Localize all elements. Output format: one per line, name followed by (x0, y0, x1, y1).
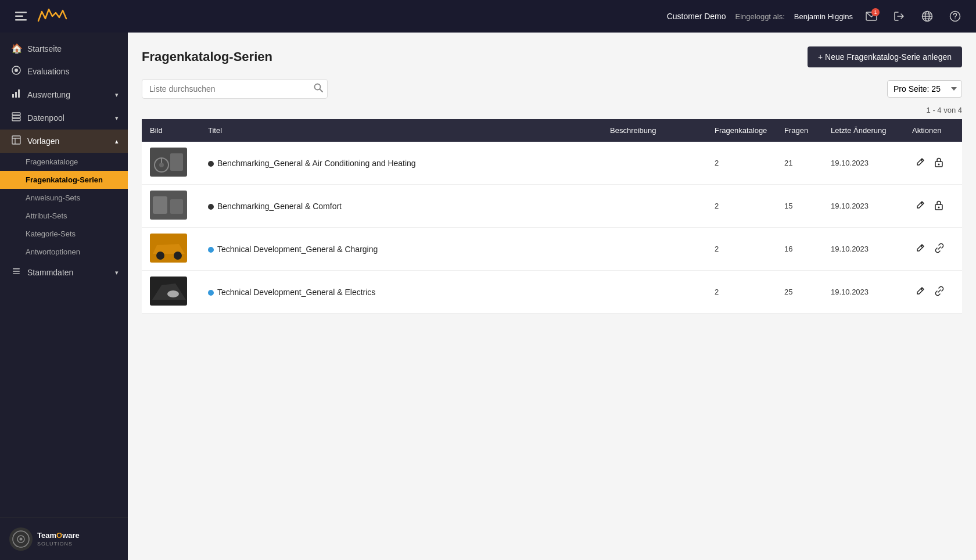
sidebar-sub-label-fragenkatalog-serien: Fragenkatalog-Serien (26, 175, 103, 184)
cell-fragen-4: 25 (776, 271, 823, 314)
svg-rect-0 (15, 12, 27, 13)
edit-button-4[interactable] (912, 284, 928, 300)
logo-area (12, 7, 139, 26)
new-serie-button[interactable]: + Neue Fragenkatalog-Serie anlegen (808, 46, 962, 67)
sidebar-sub-label-fragenkataloge: Fragenkataloge (26, 157, 78, 166)
exit-icon (894, 10, 905, 22)
sidebar-sub-fragenkatalog-serien[interactable]: Fragenkatalog-Serien (0, 171, 128, 189)
col-fragen: Fragen (776, 119, 823, 142)
svg-rect-13 (12, 94, 14, 98)
sidebar-item-evaluations[interactable]: Evaluations (0, 60, 128, 83)
content-area: Fragenkatalog-Serien + Neue Fragenkatalo… (128, 33, 976, 560)
edit-button-3[interactable] (912, 241, 928, 257)
status-dot-3 (208, 247, 214, 253)
sidebar-sub-kategorie-sets[interactable]: Kategorie-Sets (0, 225, 128, 243)
logout-button[interactable] (890, 7, 909, 26)
sidebar-sub-fragenkataloge[interactable]: Fragenkataloge (0, 153, 128, 171)
star-icon (11, 66, 21, 77)
svg-rect-22 (13, 268, 20, 270)
cell-beschreibung-4 (602, 271, 706, 314)
help-button[interactable] (946, 7, 964, 26)
lock-icon (934, 200, 943, 210)
arrow-stammdaten: ▾ (115, 269, 119, 277)
footer-brand-text: TeamOware SOLUTIONS (37, 531, 80, 548)
svg-rect-40 (170, 199, 183, 214)
page-top: Fragenkatalog-Serien + Neue Fragenkatalo… (142, 46, 962, 67)
svg-point-27 (20, 538, 23, 541)
search-input[interactable] (142, 79, 328, 99)
svg-point-49 (167, 290, 179, 297)
sidebar-sub-anweisung-sets[interactable]: Anweisung-Sets (0, 189, 128, 207)
eingeloggt-label: Eingeloggt als: (735, 12, 785, 21)
edit-icon (916, 200, 925, 210)
svg-line-29 (320, 89, 323, 92)
cell-beschreibung-1 (602, 142, 706, 185)
cell-date-2: 19.10.2023 (823, 185, 904, 228)
link-icon (934, 243, 945, 253)
cell-date-3: 19.10.2023 (823, 228, 904, 271)
svg-point-43 (938, 206, 940, 208)
sidebar-label-auswertung: Auswertung (27, 90, 70, 99)
sidebar-item-startseite[interactable]: 🏠 Startseite (0, 37, 128, 60)
cell-beschreibung-2 (602, 185, 706, 228)
svg-rect-34 (170, 153, 183, 171)
search-button[interactable] (314, 83, 323, 95)
sidebar-item-stammdaten[interactable]: Stammdaten ▾ (0, 261, 128, 284)
cell-actions-1 (904, 142, 962, 185)
row-title-2: Benchmarking_General & Comfort (217, 202, 342, 211)
status-dot-1 (208, 161, 214, 167)
customer-demo-label: Customer Demo (667, 12, 726, 21)
edit-button-2[interactable] (912, 198, 928, 214)
sidebar-item-auswertung[interactable]: Auswertung ▾ (0, 83, 128, 106)
search-icon (314, 83, 323, 92)
cell-beschreibung-3 (602, 228, 706, 271)
svg-rect-39 (153, 196, 167, 214)
svg-point-10 (955, 19, 956, 20)
cell-bild-1 (142, 142, 200, 185)
link-icon (934, 286, 945, 296)
sidebar-sub-label-kategorie-sets: Kategorie-Sets (26, 229, 76, 238)
lock-button-2[interactable] (931, 198, 947, 215)
logo-icon (37, 7, 67, 26)
sidebar-label-stammdaten: Stammdaten (27, 268, 73, 277)
lock-button-1[interactable] (931, 155, 947, 172)
per-page-dropdown[interactable]: Pro Seite: 25 Pro Seite: 50 Pro Seite: 1… (887, 80, 962, 98)
sidebar: 🏠 Startseite Evaluations (0, 33, 128, 560)
language-button[interactable] (918, 7, 936, 26)
header-right: Customer Demo Eingeloggt als: Benjamin H… (139, 7, 964, 26)
sidebar-sub-label-attribut-sets: Attribut-Sets (26, 211, 67, 220)
sidebar-item-vorlagen[interactable]: Vorlagen ▴ (0, 130, 128, 153)
sidebar-footer: TeamOware SOLUTIONS (0, 518, 128, 560)
sidebar-item-datenpool[interactable]: Datenpool ▾ (0, 106, 128, 130)
notification-badge: 1 (871, 8, 880, 16)
status-dot-4 (208, 290, 214, 296)
svg-point-45 (156, 252, 164, 260)
cell-fragen-3: 16 (776, 228, 823, 271)
sidebar-label-vorlagen: Vorlagen (27, 137, 59, 146)
sidebar-sub-attribut-sets[interactable]: Attribut-Sets (0, 207, 128, 225)
database-icon (11, 112, 21, 124)
col-letzte-aenderung: Letzte Änderung (823, 119, 904, 142)
globe-icon (921, 10, 933, 22)
svg-point-37 (938, 163, 940, 165)
footer-logo (9, 527, 33, 551)
pagination-info: 1 - 4 von 4 (142, 106, 962, 114)
notifications-button[interactable]: 1 (862, 7, 881, 26)
svg-rect-19 (12, 136, 20, 144)
svg-point-32 (159, 163, 164, 167)
sidebar-sub-antwortoptionen[interactable]: Antwortoptionen (0, 243, 128, 261)
per-page-select: Pro Seite: 25 Pro Seite: 50 Pro Seite: 1… (887, 80, 962, 98)
svg-rect-17 (12, 116, 20, 118)
edit-button-1[interactable] (912, 155, 928, 171)
cell-date-4: 19.10.2023 (823, 271, 904, 314)
menu-toggle-button[interactable] (12, 7, 30, 26)
sidebar-label-datenpool: Datenpool (27, 113, 64, 123)
col-bild: Bild (142, 119, 200, 142)
svg-rect-16 (12, 113, 20, 115)
link-button-3[interactable] (931, 240, 948, 258)
col-fragenkataloge: Fragenkataloge (706, 119, 776, 142)
svg-line-47 (921, 246, 923, 247)
table-body: Benchmarking_General & Air Conditioning … (142, 142, 962, 314)
lock-icon (934, 157, 943, 167)
link-button-4[interactable] (931, 283, 948, 301)
